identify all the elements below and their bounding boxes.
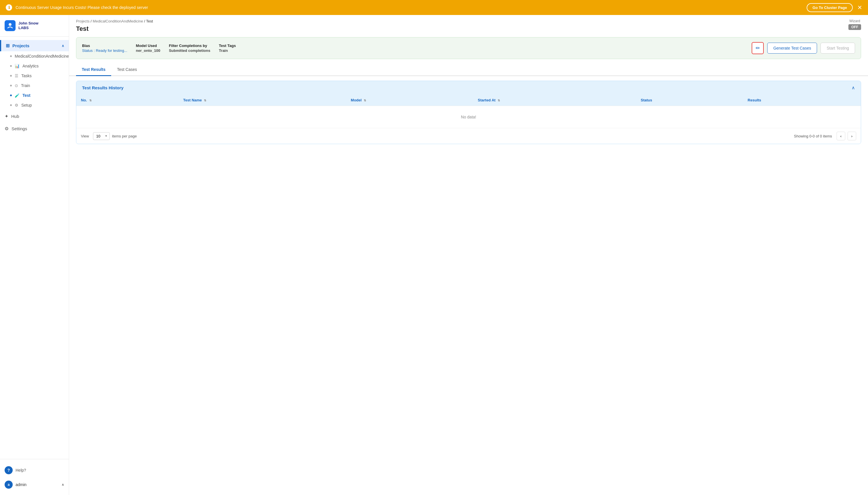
pagination-bar: View 10 25 50 100 items per page Showing… xyxy=(76,128,861,144)
dot-icon xyxy=(10,85,12,86)
avatar: a xyxy=(5,481,13,489)
page-header: Projects / MedicalConditionAndMedicine /… xyxy=(69,15,868,33)
tab-test-cases[interactable]: Test Cases xyxy=(111,64,143,76)
analytics-icon: 📊 xyxy=(15,64,20,68)
start-testing-button[interactable]: Start Testing xyxy=(820,42,855,54)
sort-icon[interactable]: ⇅ xyxy=(89,99,92,102)
bias-label: Bias xyxy=(82,44,127,48)
sort-icon[interactable]: ⇅ xyxy=(204,99,206,102)
wizard-toggle: Wizard OFF xyxy=(848,19,861,30)
dot-icon xyxy=(10,55,12,57)
results-header[interactable]: Test Results History ∧ xyxy=(76,81,861,95)
config-actions: ✏ Generate Test Cases Start Testing xyxy=(752,42,855,54)
breadcrumb-project[interactable]: MedicalConditionAndMedicine xyxy=(93,19,143,23)
settings-icon: ⚙ xyxy=(5,126,8,131)
filter-value: Submitted completions xyxy=(169,48,210,53)
collapse-button[interactable]: ∧ xyxy=(852,85,855,90)
info-icon: ℹ xyxy=(6,4,12,11)
col-results: Results xyxy=(743,95,861,106)
sidebar-item-analytics[interactable]: 📊 Analytics xyxy=(5,61,69,71)
page-title: Test xyxy=(76,25,153,33)
banner-message: Continuous Server Usage Incurs Costs! Pl… xyxy=(16,5,807,10)
col-started-at: Started At ⇅ xyxy=(473,95,636,106)
sidebar-bottom: ? Help? a admin ∧ xyxy=(0,459,69,495)
per-page-selector[interactable]: 10 25 50 100 xyxy=(93,132,110,140)
sidebar-logo: John Snow LABS xyxy=(0,15,69,37)
analytics-label: Analytics xyxy=(22,64,39,68)
results-section: Test Results History ∧ No. ⇅ Test Name xyxy=(76,81,861,144)
breadcrumb-projects[interactable]: Projects xyxy=(76,19,90,23)
table-container: No. ⇅ Test Name ⇅ Model ⇅ xyxy=(76,95,861,128)
filter-field: Filter Completions by Submitted completi… xyxy=(169,44,210,53)
train-label: Train xyxy=(21,83,30,88)
settings-label: Settings xyxy=(12,126,27,131)
view-label: View xyxy=(81,134,89,138)
sidebar-item-projects[interactable]: ⊞ Projects ∧ xyxy=(0,40,69,51)
breadcrumb: Projects / MedicalConditionAndMedicine /… xyxy=(76,19,153,23)
hub-icon: ✦ xyxy=(5,114,8,119)
col-status: Status xyxy=(636,95,743,106)
filter-label: Filter Completions by xyxy=(169,44,210,48)
help-label: Help? xyxy=(16,468,26,473)
sidebar-item-train[interactable]: ⊙ Train xyxy=(5,81,69,90)
next-page-button[interactable]: › xyxy=(848,132,856,140)
no-data-row: No data! xyxy=(76,106,861,128)
sidebar-item-setup[interactable]: ⚙ Setup xyxy=(5,100,69,110)
train-icon: ⊙ xyxy=(15,83,18,88)
tabs: Test Results Test Cases xyxy=(69,64,868,76)
prev-page-button[interactable]: ‹ xyxy=(837,132,845,140)
sort-icon[interactable]: ⇅ xyxy=(498,99,500,102)
test-icon: 🧪 xyxy=(15,93,20,98)
results-table: No. ⇅ Test Name ⇅ Model ⇅ xyxy=(76,95,861,128)
projects-label: Projects xyxy=(12,43,29,48)
wizard-toggle-pill[interactable]: OFF xyxy=(848,24,861,30)
sidebar-nav: ⊞ Projects ∧ MedicalConditionAndMedicine… xyxy=(0,37,69,459)
sidebar-item-test[interactable]: 🧪 Test xyxy=(5,90,69,100)
status-value: Ready for testing... xyxy=(96,48,127,53)
hub-label: Hub xyxy=(11,114,19,119)
tasks-label: Tasks xyxy=(21,73,32,78)
bias-status: Status : Ready for testing... xyxy=(82,48,127,53)
main-layout: John Snow LABS ⊞ Projects ∧ MedicalCondi… xyxy=(0,15,868,495)
projects-chevron: ∧ xyxy=(61,44,64,48)
generate-test-cases-button[interactable]: Generate Test Cases xyxy=(767,42,817,54)
sidebar-item-tasks[interactable]: ☰ Tasks xyxy=(5,71,69,81)
per-page-select[interactable]: 10 25 50 100 xyxy=(93,132,110,140)
wizard-label: Wizard xyxy=(849,19,860,23)
svg-point-0 xyxy=(8,23,12,26)
dot-icon xyxy=(10,65,12,67)
tags-label: Test Tags xyxy=(219,44,236,48)
col-no: No. ⇅ xyxy=(76,95,179,106)
content-area: Projects / MedicalConditionAndMedicine /… xyxy=(69,15,868,495)
help-button[interactable]: ? Help? xyxy=(0,463,69,478)
edit-icon: ✏ xyxy=(756,45,760,51)
nav-sub-items: MedicalConditionAndMedicine 📊 Analytics … xyxy=(0,51,69,110)
edit-button[interactable]: ✏ xyxy=(752,42,764,54)
tags-field: Test Tags Train xyxy=(219,44,236,53)
sidebar-item-hub[interactable]: ✦ Hub xyxy=(0,110,69,122)
sidebar: John Snow LABS ⊞ Projects ∧ MedicalCondi… xyxy=(0,15,69,495)
no-data-message: No data! xyxy=(76,106,861,128)
tab-test-results[interactable]: Test Results xyxy=(76,64,111,76)
model-used-label: Model Used xyxy=(136,44,160,48)
page-header-left: Projects / MedicalConditionAndMedicine /… xyxy=(76,19,153,33)
model-used-value: ner_onto_100 xyxy=(136,48,160,53)
admin-label: admin xyxy=(16,482,26,487)
results-header-title: Test Results History xyxy=(82,85,124,90)
setup-label: Setup xyxy=(21,103,32,107)
dot-icon xyxy=(10,104,12,106)
banner-close-button[interactable]: ✕ xyxy=(857,4,862,11)
col-test-name: Test Name ⇅ xyxy=(179,95,346,106)
dot-icon xyxy=(10,75,12,76)
items-per-page-label: items per page xyxy=(112,134,137,138)
help-icon: ? xyxy=(5,466,13,474)
sort-icon[interactable]: ⇅ xyxy=(364,99,366,102)
logo-text: John Snow LABS xyxy=(18,21,38,30)
test-label: Test xyxy=(22,93,31,98)
sidebar-item-settings[interactable]: ⚙ Settings xyxy=(0,122,69,135)
setup-icon: ⚙ xyxy=(15,103,18,107)
config-card: Bias Status : Ready for testing... Model… xyxy=(76,37,861,59)
dot-icon xyxy=(10,95,12,96)
admin-row[interactable]: a admin ∧ xyxy=(0,478,69,492)
go-to-cluster-button[interactable]: Go To Cluster Page xyxy=(807,3,853,12)
